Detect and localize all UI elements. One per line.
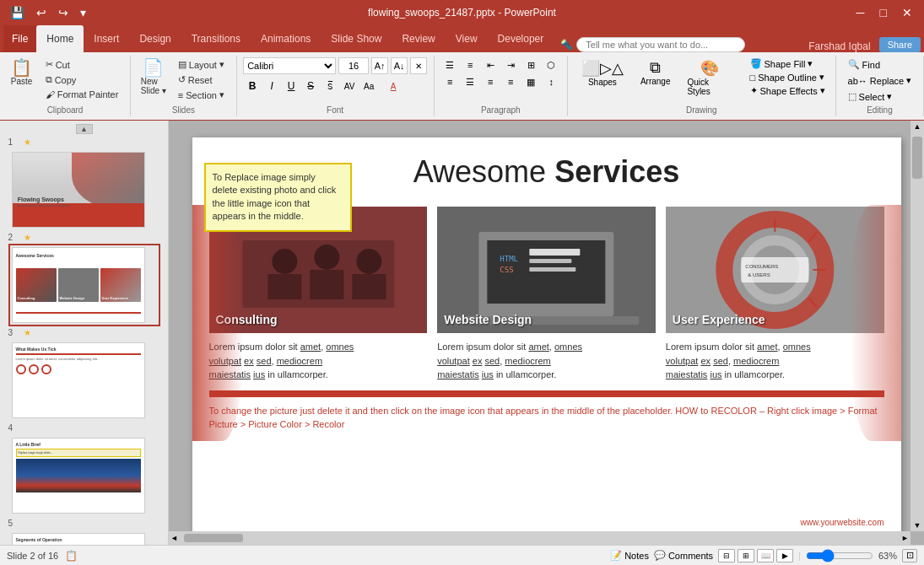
justify-button[interactable]: ≡ bbox=[501, 74, 520, 89]
bold-button[interactable]: B bbox=[243, 77, 262, 95]
slide-thumb-1[interactable]: Flowing Swoops An example Presentation T… bbox=[8, 148, 160, 231]
svg-rect-15 bbox=[530, 249, 581, 256]
decrease-font-button[interactable]: A↓ bbox=[391, 57, 408, 74]
fit-to-window-button[interactable]: ⊡ bbox=[902, 549, 917, 562]
char-spacing-button[interactable]: AV bbox=[340, 77, 359, 95]
cut-button[interactable]: ✂ Cut bbox=[41, 57, 124, 72]
bullets-button[interactable]: ☰ bbox=[440, 57, 459, 73]
tab-view[interactable]: View bbox=[446, 25, 488, 52]
comments-icon: 💬 bbox=[654, 550, 666, 561]
redo-icon[interactable]: ↪ bbox=[55, 4, 72, 21]
tab-home[interactable]: Home bbox=[36, 25, 84, 52]
slide-thumb-4[interactable]: A Little Brief Replace image simply dele… bbox=[8, 434, 160, 517]
tab-transitions[interactable]: Transitions bbox=[181, 25, 251, 52]
undo-icon[interactable]: ↩ bbox=[33, 4, 50, 21]
scroll-up-button[interactable]: ▲ bbox=[76, 124, 93, 134]
canvas-area: To Replace image simply delete existing … bbox=[169, 121, 924, 545]
replace-button[interactable]: ab↔ Replace ▾ bbox=[843, 73, 917, 88]
scroll-up-arrow[interactable]: ▲ bbox=[912, 121, 923, 132]
center-button[interactable]: ☰ bbox=[461, 74, 479, 89]
username: Farshad Iqbal bbox=[808, 40, 870, 52]
slide-info: Slide 2 of 16 bbox=[7, 551, 58, 561]
slide-sorter-button[interactable]: ⊞ bbox=[738, 549, 754, 562]
save-icon[interactable]: 💾 bbox=[7, 4, 28, 21]
slide-3-row: 3 ★ bbox=[8, 328, 160, 337]
quick-styles-button[interactable]: 🎨 Quick Styles bbox=[680, 57, 739, 98]
copy-icon: ⧉ bbox=[46, 74, 52, 85]
change-case-button[interactable]: Aa bbox=[359, 77, 378, 95]
close-button[interactable]: ✕ bbox=[897, 4, 917, 21]
copy-button[interactable]: ⧉ Copy bbox=[41, 73, 124, 87]
convert-to-smartart-button[interactable]: ⬡ bbox=[542, 57, 560, 73]
shape-fill-button[interactable]: 🪣 Shape Fill ▾ bbox=[747, 57, 829, 70]
new-slide-button[interactable]: 📄 NewSlide ▾ bbox=[138, 57, 170, 97]
share-button[interactable]: Share bbox=[879, 37, 921, 52]
minimize-button[interactable]: ─ bbox=[851, 4, 870, 21]
paste-button[interactable]: 📋 Paste bbox=[7, 57, 37, 88]
align-right-button[interactable]: ≡ bbox=[481, 74, 500, 89]
shapes-button[interactable]: ⬜▷△ Shapes bbox=[575, 57, 630, 89]
increase-indent-button[interactable]: ⇥ bbox=[501, 57, 520, 73]
tab-review[interactable]: Review bbox=[392, 25, 445, 52]
canvas-scroll-area[interactable]: To Replace image simply delete existing … bbox=[169, 121, 924, 545]
vertical-scrollbar[interactable]: ▲ ▼ bbox=[910, 121, 924, 531]
decrease-indent-button[interactable]: ⇤ bbox=[481, 57, 500, 73]
find-button[interactable]: 🔍 Find bbox=[843, 57, 885, 72]
reading-view-button[interactable]: 📖 bbox=[757, 549, 774, 562]
maximize-button[interactable]: □ bbox=[875, 4, 892, 21]
slide-panel[interactable]: ▲ 1 ★ Flowing Swoops An example Present bbox=[0, 121, 169, 545]
scroll-down-arrow[interactable]: ▼ bbox=[912, 519, 923, 531]
numbering-button[interactable]: ≡ bbox=[461, 57, 479, 73]
shape-effects-button[interactable]: ✦ Shape Effects ▾ bbox=[747, 84, 829, 97]
line-spacing-button[interactable]: ↕ bbox=[542, 74, 560, 89]
tab-design[interactable]: Design bbox=[129, 25, 181, 52]
strikethrough-button[interactable]: S bbox=[301, 77, 320, 95]
svg-text:HTML: HTML bbox=[500, 255, 519, 263]
select-button[interactable]: ⬚ Select ▾ bbox=[843, 89, 898, 104]
comments-button[interactable]: 💬 Comments bbox=[654, 550, 713, 561]
increase-font-button[interactable]: A↑ bbox=[371, 57, 388, 74]
layout-button[interactable]: ▤ Layout ▾ bbox=[173, 57, 230, 72]
slides-col: ▤ Layout ▾ ↺ Reset ≡ Section ▾ bbox=[173, 57, 230, 102]
text-direction-button[interactable]: ⊞ bbox=[521, 57, 540, 73]
tab-developer[interactable]: Developer bbox=[488, 25, 554, 52]
notes-button[interactable]: 📝 Notes bbox=[610, 550, 649, 561]
font-color-button[interactable]: A bbox=[384, 77, 403, 95]
customize-icon[interactable]: ▾ bbox=[77, 4, 89, 21]
tell-me-input[interactable] bbox=[576, 37, 745, 52]
drawing-group: ⬜▷△ Shapes ⧉ Arrange 🎨 Quick Styles 🪣 Sh… bbox=[568, 56, 836, 116]
slide-3-image: What Makes Us Tick Lorem ipsum dolor sit… bbox=[12, 342, 145, 418]
clear-format-button[interactable]: ✕ bbox=[410, 57, 427, 74]
shape-outline-button[interactable]: □ Shape Outline ▾ bbox=[747, 71, 829, 83]
slide-2-image: Awesome Services Consulting Website Desi… bbox=[12, 247, 145, 323]
align-left-button[interactable]: ≡ bbox=[440, 74, 459, 89]
tab-slideshow[interactable]: Slide Show bbox=[321, 25, 392, 52]
underline-button[interactable]: U bbox=[282, 77, 300, 95]
font-family-select[interactable]: Calibri bbox=[243, 57, 336, 74]
tab-animations[interactable]: Animations bbox=[251, 25, 321, 52]
horizontal-scrollbar[interactable]: ◄ ► bbox=[169, 531, 910, 545]
normal-view-button[interactable]: ⊟ bbox=[718, 549, 735, 562]
zoom-separator: | bbox=[798, 551, 801, 561]
font-size-input[interactable] bbox=[338, 57, 369, 74]
reset-button[interactable]: ↺ Reset bbox=[173, 73, 230, 87]
section-button[interactable]: ≡ Section ▾ bbox=[173, 88, 230, 102]
slides-group: 📄 NewSlide ▾ ▤ Layout ▾ ↺ Reset ≡ Sectio… bbox=[131, 56, 237, 116]
tab-file[interactable]: File bbox=[3, 25, 36, 52]
tab-insert[interactable]: Insert bbox=[84, 25, 129, 52]
slide-thumb-5[interactable]: Segments of Operation bbox=[8, 530, 160, 545]
zoom-slider[interactable] bbox=[806, 549, 873, 562]
format-row: B I U S S̅ AV Aa A bbox=[243, 77, 403, 95]
italic-button[interactable]: I bbox=[262, 77, 281, 95]
scroll-left-arrow[interactable]: ◄ bbox=[169, 532, 180, 544]
slide-thumb-3[interactable]: What Makes Us Tick Lorem ipsum dolor sit… bbox=[8, 339, 160, 422]
scroll-right-arrow[interactable]: ► bbox=[900, 532, 910, 544]
horizontal-scrollbar-thumb[interactable] bbox=[184, 534, 243, 542]
slide-thumb-2[interactable]: Awesome Services Consulting Website Desi… bbox=[8, 244, 160, 326]
format-painter-button[interactable]: 🖌 Format Painter bbox=[41, 88, 124, 101]
vertical-scrollbar-thumb[interactable] bbox=[912, 137, 922, 179]
slideshow-view-button[interactable]: ▶ bbox=[776, 549, 793, 562]
shadow-button[interactable]: S̅ bbox=[321, 77, 339, 95]
arrange-button[interactable]: ⧉ Arrange bbox=[634, 57, 678, 88]
columns-button[interactable]: ▦ bbox=[521, 74, 540, 89]
